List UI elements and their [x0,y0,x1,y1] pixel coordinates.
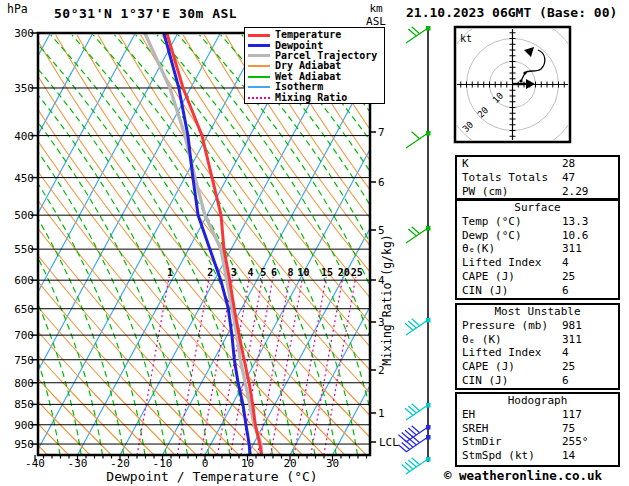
panel-row-label: Dewp (°C) [462,229,522,242]
wind-barb-staff [406,133,428,148]
panel-row-label: StmDir [462,435,502,448]
panel-row: CIN (J)6 [457,374,618,388]
mixing-ratio-label: 20 [338,267,350,278]
surface-table: SurfaceTemp (°C)13.3Dewp (°C)10.6θₑ(K)31… [455,199,620,300]
panel-row-value: 10.6 [562,229,589,243]
pressure-tick-label: 300 [14,27,34,40]
hodograph-ring-label: 20 [476,105,491,120]
hodograph-trace-arrow [524,47,534,57]
mixing-ratio-label: 15 [321,267,333,278]
wind-barb-feather [412,132,420,139]
mixing-ratio-label: 25 [351,267,363,278]
mixing-ratio-label: 8 [288,267,294,278]
panel-row-value: 75 [562,422,575,436]
legend-item: Isotherm [245,82,384,92]
panel-row-value: 28 [562,157,575,171]
km-tick-label: 6 [378,176,385,189]
pressure-tick-label: 900 [14,419,34,432]
x-tick-label: -40 [25,457,45,470]
x-tick-label: -30 [68,457,88,470]
panel-row: Temp (°C)13.3 [457,215,618,229]
panel-row-value: 981 [562,319,582,333]
km-axis-unit: km [369,2,383,15]
panel-row-value: 2.29 [562,185,589,199]
pressure-tick-label: 550 [14,243,34,256]
pressure-tick-label: 500 [14,209,34,222]
legend-line-sample [248,44,270,47]
panel-row-label: CAPE (J) [462,360,515,373]
hodograph-trace-point [519,79,522,82]
mixing-ratio-line [294,277,326,455]
panel-section-title: Hodograph [457,394,618,408]
x-tick-label: 30 [326,457,339,470]
legend-line-sample [248,86,270,88]
panel-row-value: 4 [562,256,569,270]
panel-row-label: CAPE (J) [462,270,515,283]
mixing-ratio-label: 6 [271,267,277,278]
pressure-tick-label: 700 [14,329,34,342]
panel-row: K28 [457,157,618,171]
panel-row: CAPE (J)25 [457,360,618,374]
mixing-ratio-label: 4 [247,267,253,278]
pressure-tick-label: 450 [14,172,34,185]
pressure-tick-label: 400 [14,130,34,143]
mixing-ratio-label: 5 [260,267,266,278]
panel-row-label: θₑ (K) [462,333,502,346]
panel-row-label: K [462,157,469,170]
pressure-tick-label: 650 [14,303,34,316]
panel-row-value: 311 [562,333,582,347]
panel-row: SREH75 [457,422,618,436]
copyright: © weatheronline.co.uk [444,468,602,483]
legend-item-label: Mixing Ratio [275,93,347,103]
legend-item-label: Dry Adiabat [275,61,341,71]
panel-row-label: Lifted Index [462,346,541,359]
panel-row-value: 25 [562,270,575,284]
panel-row: Lifted Index4 [457,256,618,270]
pressure-tick-label: 350 [14,82,34,95]
mixing-ratio-label: 10 [298,267,310,278]
pressure-tick-label: 750 [14,354,34,367]
legend-line-sample [248,97,270,99]
panel-row: StmDir255° [457,435,618,449]
legend-line-sample [248,54,270,57]
panel-row-label: Pressure (mb) [462,319,548,332]
pressure-axis-unit: hPa [7,2,28,16]
panel-row-value: 311 [562,242,582,256]
hodograph-table: HodographEH117SREH75StmDir255°StmSpd (kt… [455,392,620,467]
panel-row: θₑ (K)311 [457,333,618,347]
mixing-ratio-label: 2 [207,267,213,278]
hodograph-storm-arrowhead [526,79,535,89]
pressure-tick-label: 800 [14,377,34,390]
panel-row: CIN (J)6 [457,284,618,298]
panel-row-label: Temp (°C) [462,215,522,228]
panel-row-value: 6 [562,284,569,298]
panel-row: PW (cm)2.29 [457,185,618,199]
km-tick-label: 1 [378,407,385,420]
dry-adiabat-line [0,35,239,455]
panel-row-value: 13.3 [562,215,589,229]
hodograph-trace-point [523,71,526,74]
legend-line-sample [248,65,270,67]
panel-row-label: CIN (J) [462,284,508,297]
legend-item-label: Isotherm [275,82,323,92]
panel-row-value: 47 [562,171,575,185]
panel-row: Lifted Index4 [457,346,618,360]
panel-row: Pressure (mb)981 [457,319,618,333]
panel-row: CAPE (J)25 [457,270,618,284]
panel-row: Dewp (°C)10.6 [457,229,618,243]
legend: TemperatureDewpointParcel TrajectoryDry … [244,27,385,104]
pressure-tick-label: 950 [14,438,34,451]
mixing-ratio-label: 1 [167,267,173,278]
panel-row-value: 25 [562,360,575,374]
panel-row-label: StmSpd (kt) [462,449,535,462]
panel-row: StmSpd (kt)14 [457,449,618,463]
panel-row-label: Totals Totals [462,171,548,184]
wind-barb-column [398,26,430,474]
legend-item-label: Temperature [275,30,341,40]
panel-row: Totals Totals47 [457,171,618,185]
pressure-tick-label: 600 [14,274,34,287]
km-tick-label: 7 [378,126,385,139]
panel-row-label: Lifted Index [462,256,541,269]
panel-section-title: Surface [457,201,618,215]
panel-row-label: CIN (J) [462,374,508,387]
